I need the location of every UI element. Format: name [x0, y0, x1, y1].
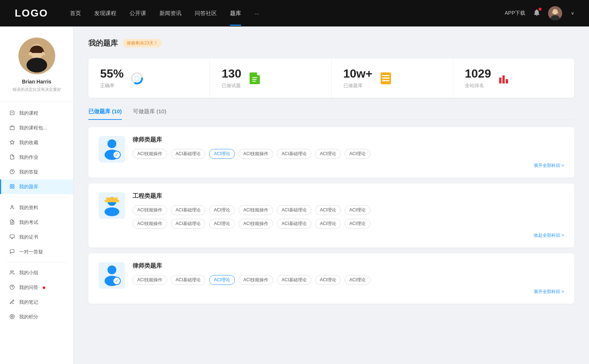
sidebar-item-course-packages[interactable]: 我的课程包... [0, 121, 73, 135]
qbank-tag-3-3[interactable]: ACI技能操作 [239, 275, 273, 285]
qanda-icon [9, 169, 15, 175]
logo[interactable]: LOGO [15, 7, 48, 19]
nav-item-news[interactable]: 新闻资讯 [159, 10, 181, 17]
sidebar-item-qbank-label: 我的题库 [19, 183, 38, 190]
user-avatar[interactable] [548, 6, 562, 20]
qbank-tag-2-2[interactable]: ACI理论 [209, 205, 235, 215]
navbar-right: APP下载 ∨ [505, 6, 574, 20]
qbank-tag-2r2-4[interactable]: ACI基础理论 [277, 219, 311, 229]
stat-icon-banks [378, 71, 393, 86]
sidebar-item-favorites-label: 我的收藏 [19, 139, 38, 146]
sidebar-item-my-qa-label: 我的问答 [19, 284, 38, 291]
qbank-tags-2-row2: ACI技能操作 ACI基础理论 ACI理论 ACI技能操作 ACI基础理论 AC… [133, 219, 564, 229]
sidebar-item-profile-label: 我的资料 [19, 204, 38, 211]
svg-point-18 [11, 205, 13, 207]
sidebar-item-courses[interactable]: 我的课程 [0, 106, 73, 121]
sidebar-item-notes[interactable]: 我的笔记 [0, 295, 73, 310]
qbank-tag-1-5[interactable]: ACI理论 [315, 149, 341, 159]
qbank-card-lawyer-2: ✓ 律师类题库 ACI技能操作 ACI基础理论 ACI理论 ACI技能操作 AC… [88, 253, 574, 304]
svg-point-29 [135, 76, 139, 81]
navbar: LOGO 首页 发现课程 公开课 新闻资讯 问答社区 题库 ··· APP下载 … [0, 0, 589, 26]
nav-item-home[interactable]: 首页 [70, 10, 81, 17]
tab-done-banks[interactable]: 已做题库 (10) [88, 108, 122, 119]
qbank-expand-link-1[interactable]: 展开全部科目 > [133, 163, 564, 169]
sidebar-item-certificate[interactable]: 我的证书 [0, 230, 73, 245]
qbank-expand-link-3[interactable]: 展开全部科目 > [133, 289, 564, 295]
qbank-tag-1-4[interactable]: ACI基础理论 [277, 149, 311, 159]
qbank-tag-1-6[interactable]: ACI理论 [345, 149, 370, 159]
nav-item-qbank[interactable]: 题库 [230, 10, 241, 17]
qbank-tag-2-5[interactable]: ACI理论 [315, 205, 341, 215]
qbank-tag-3-0[interactable]: ACI技能操作 [133, 275, 167, 285]
sidebar-item-groups[interactable]: 我的小组 [0, 265, 73, 280]
svg-point-30 [107, 139, 116, 148]
qbank-tag-1-2[interactable]: ACI理论 [209, 149, 235, 159]
nav-item-discover[interactable]: 发现课程 [94, 10, 116, 17]
qbank-card-lawyer-1: ✓ 律师类题库 ACI技能操作 ACI基础理论 ACI理论 ACI技能操作 AC… [88, 127, 574, 178]
sidebar-item-exam[interactable]: 我的考试 [0, 215, 73, 230]
qbank-tag-2-3[interactable]: ACI技能操作 [239, 205, 273, 215]
qbank-tag-2r2-2[interactable]: ACI理论 [209, 219, 235, 229]
sidebar-item-my-qa[interactable]: 我的问答 [0, 280, 73, 295]
sidebar-item-qanda[interactable]: 我的答疑 [0, 165, 73, 179]
notification-bell[interactable] [533, 8, 541, 18]
list-line-3 [382, 80, 389, 81]
qbank-content-1: 律师类题库 ACI技能操作 ACI基础理论 ACI理论 ACI技能操作 ACI基… [133, 136, 564, 169]
sidebar-item-1on1[interactable]: 一对一答疑 [0, 245, 73, 259]
qbank-card-header-1: ✓ 律师类题库 ACI技能操作 ACI基础理论 ACI理论 ACI技能操作 AC… [99, 136, 564, 169]
qbank-tag-3-5[interactable]: ACI理论 [315, 275, 341, 285]
qbank-tag-1-0[interactable]: ACI技能操作 [133, 149, 167, 159]
sidebar-item-favorites[interactable]: 我的收藏 [0, 135, 73, 150]
sidebar-item-homework[interactable]: 我的作业 [0, 150, 73, 165]
stat-label-accuracy: 正确率 [100, 82, 124, 89]
qbank-tag-2-4[interactable]: ACI基础理论 [277, 205, 311, 215]
qbank-tag-3-4[interactable]: ACI基础理论 [277, 275, 311, 285]
trial-badge: 体验剩余23天！ [123, 39, 162, 47]
qbank-tags-1: ACI技能操作 ACI基础理论 ACI理论 ACI技能操作 ACI基础理论 AC… [133, 149, 564, 159]
doc-line-1 [252, 77, 257, 78]
favorites-icon [9, 140, 15, 146]
lawyer-icon-svg-1: ✓ [102, 139, 121, 160]
sidebar-item-profile[interactable]: 我的资料 [0, 200, 73, 215]
stat-value-accuracy: 55% [100, 67, 124, 80]
user-menu-chevron[interactable]: ∨ [571, 11, 574, 16]
nav-menu: 首页 发现课程 公开课 新闻资讯 问答社区 题库 ··· [70, 10, 505, 17]
qbank-tag-2-0[interactable]: ACI技能操作 [133, 205, 167, 215]
qbank-expand-link-2[interactable]: 收起全部科目 > [133, 232, 564, 239]
qbank-tag-2r2-5[interactable]: ACI理论 [315, 219, 341, 229]
app-download-button[interactable]: APP下载 [505, 10, 525, 17]
qbank-title-3: 律师类题库 [133, 262, 564, 270]
qbank-tag-2r2-0[interactable]: ACI技能操作 [133, 219, 167, 229]
groups-icon [9, 270, 15, 276]
sidebar-divider-1 [6, 197, 67, 197]
qa-notification-dot [43, 286, 45, 289]
page-title: 我的题库 [88, 38, 118, 48]
tab-available-banks[interactable]: 可做题库 (10) [133, 108, 166, 119]
stat-card-ranking: 1029 全站排名 [453, 58, 574, 98]
qbank-tag-2-1[interactable]: ACI基础理论 [171, 205, 205, 215]
qbank-tag-2-6[interactable]: ACI理论 [345, 205, 370, 215]
qbank-tag-2r2-6[interactable]: ACI理论 [345, 219, 370, 229]
svg-rect-21 [10, 235, 14, 238]
nav-item-more[interactable]: ··· [254, 10, 259, 17]
qbank-tag-2r2-1[interactable]: ACI基础理论 [171, 219, 205, 229]
stat-text-ranking: 1029 全站排名 [465, 67, 491, 89]
svg-point-38 [107, 265, 116, 274]
qbank-tag-2r2-3[interactable]: ACI技能操作 [239, 219, 273, 229]
exam-icon [9, 220, 15, 226]
nav-item-qa[interactable]: 问答社区 [195, 10, 217, 17]
qbank-tag-3-1[interactable]: ACI基础理论 [171, 275, 205, 285]
sidebar-item-exam-label: 我的考试 [19, 219, 38, 226]
qbank-tag-1-3[interactable]: ACI技能操作 [239, 149, 273, 159]
nav-item-open[interactable]: 公开课 [130, 10, 146, 17]
sidebar-item-points[interactable]: 我的积分 [0, 310, 73, 324]
qbank-tag-3-6[interactable]: ACI理论 [345, 275, 370, 285]
qbank-tag-3-2[interactable]: ACI理论 [209, 275, 235, 285]
svg-rect-7 [10, 111, 14, 115]
sidebar-item-notes-label: 我的笔记 [19, 299, 38, 306]
list-line-2 [382, 78, 389, 79]
svg-rect-17 [13, 187, 14, 188]
sidebar-item-qbank[interactable]: 我的题库 [0, 179, 73, 194]
stat-card-questions: 130 已做试题 [210, 58, 331, 98]
qbank-tag-1-1[interactable]: ACI基础理论 [171, 149, 205, 159]
